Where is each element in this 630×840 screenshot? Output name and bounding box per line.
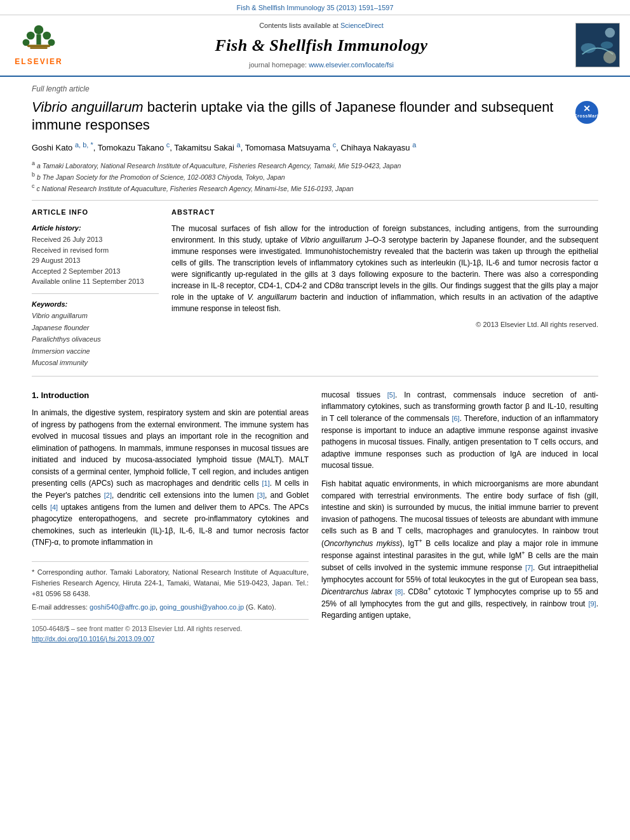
svg-point-2 <box>27 32 35 40</box>
article-title-row: Vibrio anguillarum bacterin uptake via t… <box>32 98 598 135</box>
footnotes: * Corresponding author. Tamaki Laborator… <box>32 561 309 613</box>
keyword-5: Mucosal immunity <box>32 357 159 368</box>
keywords-list: Vibrio anguillarum Japanese flounder Par… <box>32 310 159 368</box>
contents-label: Contents lists available at <box>259 22 338 29</box>
article-info-heading: ARTICLE INFO <box>32 207 159 218</box>
keyword-3: Paralichthys olivaceus <box>32 334 159 345</box>
sciencedirect-link[interactable]: ScienceDirect <box>340 22 384 29</box>
homepage-line: journal homepage: www.elsevier.com/locat… <box>67 60 575 70</box>
abstract-heading: ABSTRACT <box>171 207 598 218</box>
main-content: 1. Introduction In animals, the digestiv… <box>32 376 598 644</box>
journal-thumbnail <box>575 23 620 67</box>
ref-4[interactable]: [4] <box>50 503 58 511</box>
footnote-corresponding: * Corresponding author. Tamaki Laborator… <box>32 567 309 599</box>
svg-rect-6 <box>27 45 50 48</box>
ref-5[interactable]: [5] <box>387 391 395 399</box>
right-paragraph-2: Fish habitat aquatic environments, in wh… <box>321 478 598 622</box>
svg-point-0 <box>34 25 44 35</box>
article-title-species: Vibrio anguillarum <box>32 99 144 115</box>
svg-rect-7 <box>30 47 47 49</box>
ref-2[interactable]: [2] <box>104 491 112 499</box>
right-paragraph-1: mucosal tissues [5]. In contrast, commen… <box>321 389 598 472</box>
received-revised-date: 29 August 2013 <box>32 255 159 266</box>
doi-line: http://dx.doi.org/10.1016/j.fsi.2013.09.… <box>32 634 309 644</box>
affiliation-c: c c National Research Institute of Aquac… <box>32 182 598 194</box>
keyword-4: Immersion vaccine <box>32 346 159 357</box>
abstract-column: ABSTRACT The mucosal surfaces of fish al… <box>171 207 598 370</box>
ref-3[interactable]: [3] <box>257 491 265 499</box>
article-type: Full length article <box>32 83 598 95</box>
intro-section-title: 1. Introduction <box>32 389 309 402</box>
svg-point-12 <box>605 28 615 38</box>
contents-line: Contents lists available at ScienceDirec… <box>67 20 575 31</box>
history-label: Article history: <box>32 223 159 234</box>
ref-6[interactable]: [6] <box>452 415 459 422</box>
intro-paragraph-1: In animals, the digestive system, respir… <box>32 407 309 549</box>
footnote-email: E-mail addresses: goshi540@affrc.go.jp, … <box>32 602 309 613</box>
elsevier-logo: ELSEVIER <box>10 23 67 67</box>
journal-header: ELSEVIER Contents lists available at Sci… <box>0 15 630 77</box>
email-link-1[interactable]: goshi540@affrc.go.jp <box>90 603 156 611</box>
received-date: Received 26 July 2013 <box>32 234 159 245</box>
received-revised-label: Received in revised form <box>32 245 159 256</box>
journal-title-text: Fish & Shellfish Immunology <box>215 36 428 55</box>
article-title: Vibrio anguillarum bacterin uptake via t… <box>32 98 575 135</box>
page: Fish & Shellfish Immunology 35 (2013) 15… <box>0 0 630 840</box>
journal-title: Fish & Shellfish Immunology <box>67 33 575 58</box>
crossmark-badge[interactable]: ✕ CrossMark <box>575 101 598 124</box>
elsevier-tree-icon <box>20 23 58 55</box>
footer-bar: 1050-4648/$ – see front matter © 2013 El… <box>32 619 309 644</box>
left-column: 1. Introduction In animals, the digestiv… <box>32 389 309 644</box>
keyword-2: Japanese flounder <box>32 323 159 333</box>
keyword-1: Vibrio anguillarum <box>32 310 159 321</box>
affiliation-a: a a Tamaki Laboratory, National Research… <box>32 159 598 171</box>
journal-reference-bar: Fish & Shellfish Immunology 35 (2013) 15… <box>0 0 630 15</box>
accepted-date: Accepted 2 September 2013 <box>32 266 159 277</box>
article-history: Article history: Received 26 July 2013 R… <box>32 223 159 287</box>
abstract-text: The mucosal surfaces of fish allow for t… <box>171 223 598 314</box>
authors-line: Goshi Kato a, b, *, Tomokazu Takano c, T… <box>32 140 598 154</box>
journal-reference-text: Fish & Shellfish Immunology 35 (2013) 15… <box>236 4 393 11</box>
journal-header-center: Contents lists available at ScienceDirec… <box>67 20 575 70</box>
affiliation-b: b b The Japan Society for the Promotion … <box>32 171 598 182</box>
crossmark-icon: ✕ CrossMark <box>575 101 598 124</box>
ref-1[interactable]: [1] <box>262 479 270 487</box>
journal-cover-image <box>576 23 619 67</box>
issn-line: 1050-4648/$ – see front matter © 2013 El… <box>32 623 309 634</box>
doi-link[interactable]: http://dx.doi.org/10.1016/j.fsi.2013.09.… <box>32 635 154 643</box>
divider <box>32 293 159 294</box>
homepage-label: journal homepage: <box>249 61 307 69</box>
keywords-section: Keywords: Vibrio anguillarum Japanese fl… <box>32 299 159 368</box>
ref-7[interactable]: [7] <box>525 564 533 571</box>
available-online-date: Available online 11 September 2013 <box>32 276 159 287</box>
elsevier-label: ELSEVIER <box>15 56 62 67</box>
svg-point-10 <box>601 41 613 49</box>
affiliations: a a Tamaki Laboratory, National Research… <box>32 159 598 194</box>
article-info-column: ARTICLE INFO Article history: Received 2… <box>32 207 159 370</box>
svg-point-3 <box>43 32 51 40</box>
email-link-2[interactable]: going_goushi@yahoo.co.jp <box>159 603 244 611</box>
homepage-link[interactable]: www.elsevier.com/locate/fsi <box>309 61 394 69</box>
svg-rect-1 <box>36 34 41 44</box>
right-column: mucosal tissues [5]. In contrast, commen… <box>321 389 598 644</box>
article-info-abstract-section: ARTICLE INFO Article history: Received 2… <box>32 200 598 370</box>
ref-9[interactable]: [9] <box>588 600 596 608</box>
keywords-label: Keywords: <box>32 299 159 310</box>
ref-8[interactable]: [8] <box>395 588 403 596</box>
article-body: Full length article Vibrio anguillarum b… <box>0 77 630 651</box>
abstract-copyright: © 2013 Elsevier Ltd. All rights reserved… <box>171 319 598 330</box>
